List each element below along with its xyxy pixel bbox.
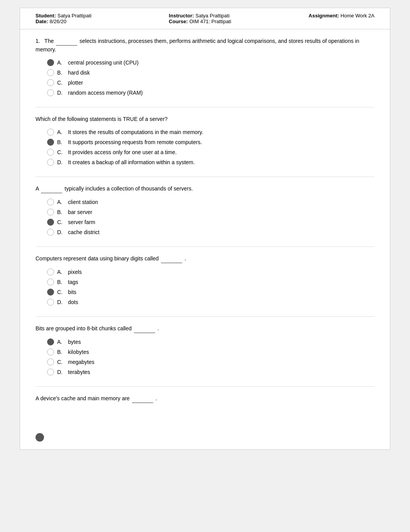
- option-text: It creates a backup of all information w…: [68, 159, 195, 165]
- student-name: Satya Prattipati: [58, 13, 91, 19]
- list-item[interactable]: C. It provides access only for one user …: [43, 149, 374, 156]
- question-6: A device's cache and main memory are .: [36, 394, 374, 403]
- q5-options: A. bytes B. kilobytes C. megabytes D. te…: [36, 338, 374, 376]
- date-value: 8/26/20: [50, 19, 66, 24]
- divider: [36, 107, 374, 107]
- option-letter: B.: [57, 209, 65, 215]
- assignment-label: Assignment:: [308, 13, 339, 19]
- q6-blank: [132, 394, 153, 403]
- list-item[interactable]: B. hard disk: [43, 69, 374, 76]
- list-item[interactable]: C. megabytes: [43, 359, 374, 365]
- question-6-text: A device's cache and main memory are .: [36, 394, 374, 403]
- list-item[interactable]: B. bar server: [43, 209, 374, 216]
- question-5: Bits are grouped into 8-bit chunks calle…: [36, 325, 374, 376]
- list-item[interactable]: A. bytes: [43, 338, 374, 345]
- option-letter: A.: [57, 339, 65, 345]
- header-left: Student: Satya Prattipati Date: 8/26/20: [36, 13, 91, 24]
- list-item[interactable]: A. pixels: [43, 269, 374, 275]
- radio-empty-icon: [47, 299, 54, 306]
- option-text: It provides access only for one user at …: [68, 149, 177, 155]
- option-text: plotter: [68, 80, 83, 86]
- radio-empty-icon: [47, 69, 54, 76]
- list-item[interactable]: D. random access memory (RAM): [43, 89, 374, 96]
- option-letter: D.: [57, 159, 65, 165]
- q1-before: The: [44, 38, 54, 44]
- course-label: Course:: [169, 19, 188, 24]
- list-item[interactable]: B. kilobytes: [43, 348, 374, 355]
- list-item[interactable]: A. client station: [43, 199, 374, 206]
- list-item[interactable]: D. It creates a backup of all informatio…: [43, 159, 374, 166]
- radio-empty-icon: [47, 159, 54, 166]
- q6-after: .: [156, 395, 157, 401]
- option-letter: D.: [57, 229, 65, 235]
- radio-filled-icon: [47, 338, 54, 345]
- q4-before: Computers represent data using binary di…: [36, 255, 160, 262]
- list-item[interactable]: D. terabytes: [43, 369, 374, 376]
- option-letter: D.: [57, 90, 65, 96]
- q5-after: .: [158, 325, 159, 331]
- course-value: OIM 471: Prattipati: [189, 19, 231, 24]
- option-text: It stores the results of computations in…: [68, 129, 203, 135]
- q5-before: Bits are grouped into 8-bit chunks calle…: [36, 325, 133, 331]
- radio-empty-icon: [47, 279, 54, 286]
- q1-number: 1.: [36, 38, 43, 44]
- option-letter: C.: [57, 149, 65, 155]
- question-3-text: A typically includes a collection of tho…: [36, 185, 374, 193]
- radio-filled-icon: [47, 289, 54, 296]
- list-item[interactable]: D. cache district: [43, 229, 374, 236]
- list-item[interactable]: C. plotter: [43, 79, 374, 86]
- option-letter: A.: [57, 199, 65, 205]
- list-item[interactable]: A. It stores the results of computations…: [43, 129, 374, 136]
- radio-empty-icon: [47, 129, 54, 136]
- option-text: kilobytes: [68, 349, 89, 355]
- option-text: bar server: [68, 209, 92, 215]
- option-letter: B.: [57, 279, 65, 285]
- instructor-label: Instructor:: [169, 13, 194, 19]
- student-label: Student:: [36, 13, 56, 19]
- option-text: bytes: [68, 339, 81, 345]
- list-item[interactable]: B. tags: [43, 279, 374, 286]
- q4-options: A. pixels B. tags C. bits D. dots: [36, 269, 374, 306]
- option-letter: B.: [57, 139, 65, 145]
- radio-empty-icon: [47, 359, 54, 365]
- option-text: dots: [68, 299, 78, 305]
- header-center: Instructor: Satya Prattipati Course: OIM…: [169, 13, 231, 24]
- list-item[interactable]: D. dots: [43, 299, 374, 306]
- option-text: hard disk: [68, 70, 90, 76]
- option-text: tags: [68, 279, 78, 285]
- q2-options: A. It stores the results of computations…: [36, 129, 374, 166]
- option-letter: D.: [57, 299, 65, 305]
- list-item[interactable]: C. bits: [43, 289, 374, 296]
- q1-options: A. central processing unit (CPU) B. hard…: [36, 59, 374, 96]
- option-text: It supports processing requests from rem…: [68, 139, 202, 145]
- question-5-text: Bits are grouped into 8-bit chunks calle…: [36, 325, 374, 333]
- page: Student: Satya Prattipati Date: 8/26/20 …: [20, 8, 390, 450]
- radio-empty-icon: [47, 89, 54, 96]
- content: 1. The selects instructions, processes t…: [20, 29, 390, 429]
- question-3: A typically includes a collection of tho…: [36, 185, 374, 236]
- option-letter: A.: [57, 269, 65, 275]
- list-item[interactable]: B. It supports processing requests from …: [43, 139, 374, 146]
- list-item[interactable]: A. central processing unit (CPU): [43, 59, 374, 66]
- radio-empty-icon: [47, 269, 54, 275]
- header: Student: Satya Prattipati Date: 8/26/20 …: [20, 8, 390, 29]
- radio-filled-icon: [47, 139, 54, 146]
- q3-options: A. client station B. bar server C. serve…: [36, 199, 374, 236]
- list-item[interactable]: C. server farm: [43, 219, 374, 226]
- radio-empty-icon: [47, 229, 54, 236]
- radio-empty-icon: [47, 369, 54, 376]
- question-1-text: 1. The selects instructions, processes t…: [36, 37, 374, 54]
- divider: [36, 177, 374, 177]
- question-2-text: Which of the following statements is TRU…: [36, 115, 374, 123]
- q4-after: .: [185, 255, 186, 262]
- option-text: random access memory (RAM): [68, 90, 143, 96]
- option-text: pixels: [68, 269, 82, 275]
- option-text: client station: [68, 199, 98, 205]
- date-label: Date:: [36, 19, 48, 24]
- question-4: Computers represent data using binary di…: [36, 255, 374, 306]
- radio-empty-icon: [47, 209, 54, 216]
- option-letter: A.: [57, 129, 65, 135]
- q2-text: Which of the following statements is TRU…: [36, 116, 168, 122]
- question-2: Which of the following statements is TRU…: [36, 115, 374, 166]
- divider: [36, 316, 374, 317]
